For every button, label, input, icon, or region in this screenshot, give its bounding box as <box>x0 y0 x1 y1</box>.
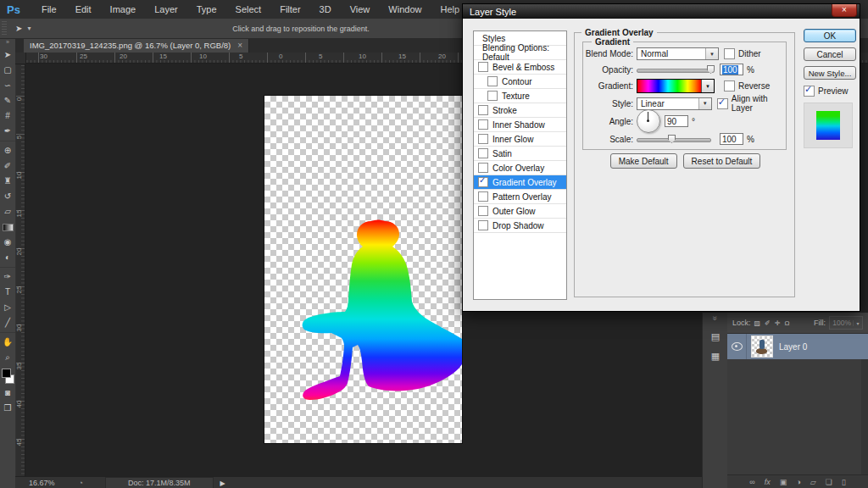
lock-position-icon[interactable]: ✛ <box>775 319 781 327</box>
gradient-picker[interactable]: ▼ <box>637 79 715 93</box>
opacity-field[interactable]: 100 <box>720 64 743 75</box>
move-tool[interactable]: ➤ <box>0 47 15 63</box>
lock-all-icon[interactable]: Ω <box>784 319 789 327</box>
menu-type[interactable]: Type <box>187 0 226 19</box>
move-tool-preset-icon[interactable]: ➤ <box>15 24 22 33</box>
style-checkbox[interactable] <box>478 206 488 216</box>
document-tab[interactable]: IMG_20170319_124235.png @ 16.7% (Layer 0… <box>24 38 249 53</box>
menu-layer[interactable]: Layer <box>145 0 187 19</box>
status-menu-arrow-icon[interactable]: ▶ <box>220 480 225 487</box>
layer-thumbnail[interactable] <box>752 336 772 357</box>
blend-mode-dropdown[interactable]: Normal ▼ <box>637 47 719 60</box>
close-tab-icon[interactable]: × <box>237 41 242 50</box>
satin[interactable]: Satin <box>474 147 566 161</box>
menu-3d[interactable]: 3D <box>310 0 341 19</box>
properties-panel-icon[interactable]: ▤ <box>711 331 720 342</box>
style-checkbox[interactable] <box>478 177 488 187</box>
brush-tool[interactable]: ✐ <box>0 158 15 174</box>
clone-stamp-tool[interactable]: ♜ <box>0 174 15 189</box>
pattern-overlay[interactable]: Pattern Overlay <box>474 190 566 204</box>
opacity-slider[interactable] <box>637 64 715 75</box>
close-dialog-button[interactable]: × <box>832 4 857 17</box>
pen-tool[interactable]: ✑ <box>0 267 15 285</box>
layer-mask-icon[interactable]: ▣ <box>780 478 787 486</box>
fill-opacity-dropdown[interactable]: 100% ▾ <box>829 316 863 330</box>
menu-filter[interactable]: Filter <box>270 0 309 19</box>
menu-file[interactable]: File <box>32 0 66 19</box>
inner-glow[interactable]: Inner Glow <box>474 132 566 147</box>
document-canvas[interactable] <box>264 96 462 443</box>
line-tool[interactable]: ╱ <box>0 315 15 330</box>
layer-visibility-toggle[interactable] <box>727 334 747 359</box>
spot-healing-brush-tool[interactable]: ⊕ <box>0 141 15 158</box>
texture[interactable]: Texture <box>474 89 566 103</box>
color-swatches[interactable] <box>0 367 15 385</box>
color-overlay[interactable]: Color Overlay <box>474 161 566 175</box>
foreground-color-swatch[interactable] <box>2 369 11 378</box>
menu-select[interactable]: Select <box>226 0 271 19</box>
angle-dial[interactable] <box>637 109 660 133</box>
zoom-level-field[interactable]: 16.67% <box>29 479 55 487</box>
style-checkbox[interactable] <box>478 220 488 230</box>
new-layer-icon[interactable]: ❏ <box>826 478 832 486</box>
link-layers-icon[interactable]: ∞ <box>749 478 754 486</box>
style-checkbox[interactable] <box>487 76 498 86</box>
gradient-overlay[interactable]: Gradient Overlay <box>474 175 566 190</box>
inner-shadow[interactable]: Inner Shadow <box>474 118 566 132</box>
zoom-tool[interactable]: ⌕ <box>0 350 15 365</box>
swatches-panel-icon[interactable]: ▦ <box>711 351 720 362</box>
lock-image-icon[interactable]: ✐ <box>765 319 771 327</box>
menu-image[interactable]: Image <box>101 0 146 19</box>
chevron-down-icon[interactable]: ▾ <box>27 25 31 32</box>
collapse-panels-icon[interactable]: » <box>711 316 721 321</box>
options-bar-grip[interactable] <box>2 21 7 36</box>
make-default-button[interactable]: Make Default <box>610 153 677 169</box>
collapse-tools-icon[interactable]: » <box>6 39 9 46</box>
new-style-button[interactable]: New Style... <box>804 66 856 80</box>
style-dropdown[interactable]: Linear ▼ <box>637 97 712 110</box>
stroke[interactable]: Stroke <box>474 103 566 118</box>
style-checkbox[interactable] <box>478 163 488 173</box>
reset-to-default-button[interactable]: Reset to Default <box>683 153 761 169</box>
reverse-checkbox[interactable] <box>724 80 735 92</box>
style-checkbox[interactable] <box>478 119 488 130</box>
chevron-down-icon[interactable]: ▼ <box>701 80 714 92</box>
screen-mode-icon[interactable]: ❐ <box>0 401 15 416</box>
angle-field[interactable]: 90 <box>665 115 688 127</box>
menu-window[interactable]: Window <box>379 0 431 19</box>
blur-tool[interactable]: ◉ <box>0 235 15 250</box>
delete-layer-icon[interactable]: ▯ <box>842 478 846 486</box>
style-checkbox[interactable] <box>478 105 488 115</box>
bevel-emboss[interactable]: Bevel & Emboss <box>474 60 566 75</box>
layer-name[interactable]: Layer 0 <box>779 342 807 352</box>
history-brush-tool[interactable]: ↺ <box>0 189 15 204</box>
ok-button[interactable]: OK <box>804 29 856 42</box>
style-checkbox[interactable] <box>478 134 488 144</box>
hand-tool[interactable]: ✋ <box>0 332 15 350</box>
layer-effects-icon[interactable]: fx <box>765 478 771 486</box>
style-checkbox[interactable] <box>487 91 498 101</box>
dither-checkbox[interactable] <box>724 48 735 59</box>
cancel-button[interactable]: Cancel <box>804 47 856 61</box>
style-checkbox[interactable] <box>478 62 488 72</box>
eraser-tool[interactable]: ▱ <box>0 204 15 219</box>
gradient-tool[interactable] <box>0 219 15 235</box>
style-checkbox[interactable] <box>478 191 488 202</box>
quick-mask-icon[interactable]: ◙ <box>0 385 15 401</box>
drop-shadow[interactable]: Drop Shadow <box>474 219 566 233</box>
rainbow-gradient-swatch[interactable] <box>637 80 701 92</box>
path-selection-tool[interactable]: ▷ <box>0 300 15 315</box>
menu-view[interactable]: View <box>341 0 380 19</box>
quick-selection-tool[interactable]: ✎ <box>0 93 15 108</box>
layer-row[interactable]: Layer 0 <box>727 334 868 359</box>
crop-tool[interactable]: # <box>0 108 15 124</box>
adjustment-layer-icon[interactable]: ◑ <box>796 478 800 486</box>
type-tool[interactable]: T <box>0 285 15 300</box>
blending-options[interactable]: Blending Options: Default <box>474 46 566 60</box>
outer-glow[interactable]: Outer Glow <box>474 204 566 219</box>
dodge-tool[interactable]: ◐ <box>0 250 15 265</box>
preview-checkbox[interactable] <box>804 86 815 97</box>
rectangular-marquee-tool[interactable]: ▢ <box>0 63 15 78</box>
lock-transparency-icon[interactable]: ▨ <box>754 319 761 327</box>
menu-edit[interactable]: Edit <box>66 0 101 19</box>
